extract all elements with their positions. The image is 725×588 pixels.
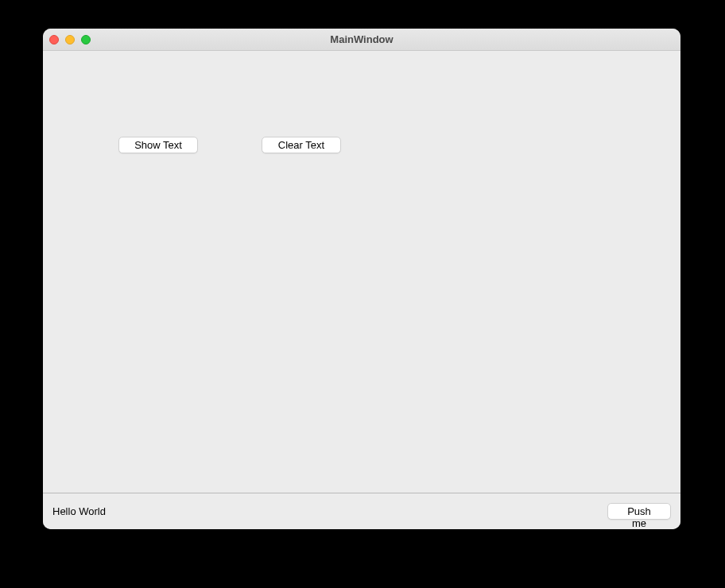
content-area: Show Text Clear Text: [43, 51, 680, 493]
clear-text-button[interactable]: Clear Text: [262, 137, 341, 153]
close-icon[interactable]: [49, 35, 59, 44]
minimize-icon[interactable]: [65, 35, 75, 44]
titlebar: MainWindow: [43, 29, 680, 51]
push-me-button[interactable]: Push me: [607, 503, 671, 520]
main-window: MainWindow Show Text Clear Text Hello Wo…: [43, 29, 680, 529]
show-text-button[interactable]: Show Text: [118, 137, 198, 153]
statusbar-message: Hello World: [52, 505, 106, 517]
traffic-lights: [49, 35, 91, 44]
maximize-icon[interactable]: [81, 35, 91, 44]
statusbar: Hello World Push me: [43, 493, 680, 529]
window-title: MainWindow: [43, 33, 680, 45]
